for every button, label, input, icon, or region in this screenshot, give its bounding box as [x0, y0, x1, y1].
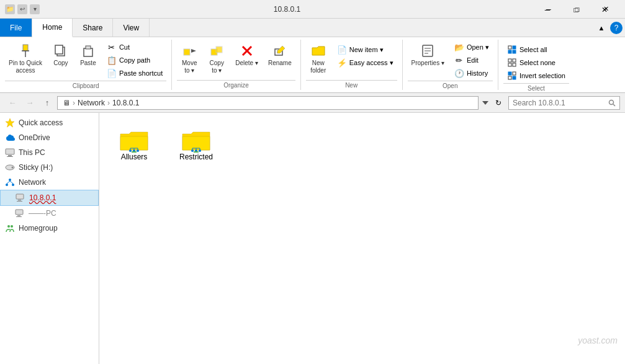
x-btn[interactable]: ✕ [590, 3, 619, 17]
open-group-label: Open [408, 81, 493, 89]
delete-button[interactable]: Delete ▾ [232, 41, 262, 69]
properties-icon [420, 43, 435, 58]
ribbon-group-open: Properties ▾ 📂 Open ▾ ✏ Edit 🕐 History [403, 40, 498, 90]
history-button[interactable]: 🕐 History [451, 67, 493, 79]
sidebar-item-onedrive[interactable]: OneDrive [0, 130, 99, 145]
max-btn[interactable]: □ [562, 3, 590, 17]
sidebar-item-quick-access[interactable]: Quick access [0, 115, 99, 130]
tab-share[interactable]: Share [73, 19, 113, 37]
paste-shortcut-button[interactable]: 📄 Paste shortcut [103, 67, 166, 79]
select-stack: Select all Select none Invert selection [503, 43, 569, 82]
svg-rect-26 [508, 63, 511, 66]
svg-rect-21 [508, 46, 511, 49]
path-address: 10.8.0.1 [112, 99, 139, 107]
this-pc-label: This PC [19, 148, 45, 157]
copy-to-icon [209, 43, 224, 58]
paste-button[interactable]: Paste [76, 41, 101, 69]
tab-home[interactable]: Home [32, 19, 73, 37]
addressbar: ← → ↑ 🖥 › Network › 10.8.0.1 ↻ [0, 93, 625, 113]
delete-icon [240, 43, 254, 58]
ribbon-group-clipboard: Pin to Quickaccess Copy Paste [0, 40, 172, 90]
sidebar-item-network[interactable]: Network [0, 175, 99, 190]
network-icon [5, 177, 15, 187]
invert-selection-button[interactable]: Invert selection [503, 69, 569, 82]
folder-restricted[interactable]: Restricted [171, 123, 221, 166]
cut-icon: ✂ [107, 42, 117, 52]
select-all-button[interactable]: Select all [503, 43, 569, 56]
rename-label: Rename [268, 60, 292, 67]
new-folder-icon [311, 43, 326, 58]
cut-button[interactable]: ✂ Cut [103, 41, 166, 53]
sticky-label: Sticky (H:) [19, 163, 53, 172]
copy-to-button[interactable]: Copyto ▾ [204, 41, 229, 77]
pc-label: ——-PC [29, 209, 56, 218]
move-to-label: Moveto ▾ [182, 60, 197, 74]
open-small-buttons: 📂 Open ▾ ✏ Edit 🕐 History [451, 41, 493, 79]
search-input[interactable] [513, 99, 606, 107]
refresh-button[interactable]: ↻ [491, 95, 506, 110]
new-folder-button[interactable]: Newfolder [306, 41, 331, 77]
new-group-label: New [306, 80, 397, 89]
select-none-button[interactable]: Select none [503, 56, 569, 69]
copy-path-button[interactable]: 📋 Copy path [103, 54, 166, 66]
rename-button[interactable]: Rename [264, 41, 295, 69]
copy-button[interactable]: Copy [48, 41, 73, 69]
svg-rect-52 [16, 216, 22, 217]
pin-to-quick-access-button[interactable]: Pin to Quickaccess [5, 41, 46, 77]
ribbon-collapse-btn[interactable]: ▲ [595, 19, 608, 37]
svg-rect-28 [513, 63, 516, 66]
sidebar-item-this-pc[interactable]: This PC [0, 145, 99, 160]
min-btn[interactable]: ─ [533, 3, 562, 17]
svg-rect-38 [8, 155, 12, 156]
svg-point-69 [199, 149, 201, 152]
history-label: History [467, 69, 488, 77]
undo-icon[interactable]: ↩ [17, 4, 27, 14]
help-button[interactable]: ? [610, 22, 623, 34]
path-computer-icon: 🖥 [63, 99, 70, 107]
address-dropdown[interactable] [482, 100, 488, 106]
tab-view[interactable]: View [113, 19, 150, 37]
forward-button[interactable]: → [22, 95, 37, 110]
address-path[interactable]: 🖥 › Network › 10.8.0.1 [57, 96, 479, 110]
svg-line-35 [613, 104, 615, 106]
svg-rect-22 [508, 50, 511, 53]
copy-to-label: Copyto ▾ [210, 60, 224, 74]
edit-label: Edit [467, 56, 479, 64]
sidebar-item-10801[interactable]: 10.8.0.1 [0, 190, 99, 206]
path-arrow2: › [107, 99, 110, 107]
sidebar-item-sticky[interactable]: Sticky (H:) [0, 160, 99, 175]
open-button[interactable]: 📂 Open ▾ [451, 41, 493, 53]
edit-icon: ✏ [454, 55, 464, 65]
svg-point-43 [6, 184, 8, 186]
svg-rect-47 [16, 194, 24, 199]
folder-allusers[interactable]: Allusers [109, 123, 159, 166]
ribbon-content: Pin to Quickaccess Copy Paste [0, 37, 625, 93]
clipboard-buttons: Pin to Quickaccess Copy Paste [5, 41, 166, 79]
svg-rect-32 [513, 76, 516, 79]
sidebar-item-pc[interactable]: ——-PC [0, 206, 99, 221]
move-to-button[interactable]: Moveto ▾ [177, 41, 202, 77]
organize-buttons: Moveto ▾ Copyto ▾ Delete ▾ [177, 41, 295, 79]
new-buttons: Newfolder 📄 New item ▾ ⚡ Easy access ▾ [306, 41, 397, 79]
computer-icon [16, 193, 25, 203]
down-arrow-icon[interactable]: ▾ [30, 4, 40, 14]
homegroup-label: Homegroup [19, 224, 58, 233]
properties-button[interactable]: Properties ▾ [408, 41, 448, 69]
tab-file[interactable]: File [0, 19, 32, 37]
back-button[interactable]: ← [5, 95, 20, 110]
watermark: yoast.com [578, 335, 618, 345]
new-item-button[interactable]: 📄 New item ▾ [333, 43, 397, 56]
folder-allusers-icon [119, 128, 149, 153]
svg-rect-50 [16, 210, 23, 215]
up-button[interactable]: ↑ [40, 95, 55, 110]
svg-rect-51 [17, 215, 20, 216]
new-item-stack: 📄 New item ▾ ⚡ Easy access ▾ [333, 43, 397, 69]
invert-selection-label: Invert selection [519, 72, 565, 79]
delete-label: Delete ▾ [235, 60, 258, 67]
ribbon-group-organize: Moveto ▾ Copyto ▾ Delete ▾ [172, 40, 301, 90]
pin-label: Pin to Quickaccess [9, 60, 42, 74]
svg-point-53 [7, 225, 10, 228]
sidebar-item-homegroup[interactable]: Homegroup [0, 221, 99, 236]
easy-access-button[interactable]: ⚡ Easy access ▾ [333, 56, 397, 69]
edit-button[interactable]: ✏ Edit [451, 54, 493, 66]
